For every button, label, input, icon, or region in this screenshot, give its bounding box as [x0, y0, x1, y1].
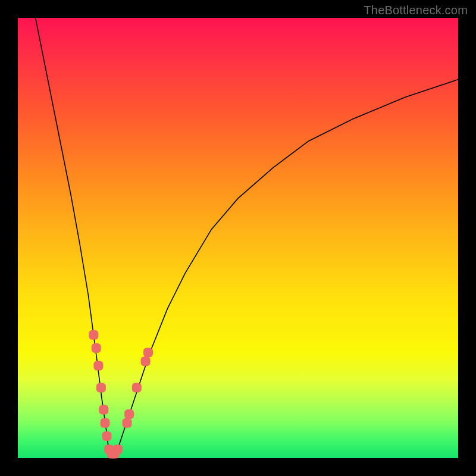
data-marker: [93, 361, 103, 371]
data-marker: [89, 330, 98, 340]
plot-area: [18, 18, 458, 458]
data-marker: [141, 356, 151, 366]
data-marker: [113, 444, 123, 454]
chart-frame: TheBottleneck.com: [0, 0, 476, 476]
data-marker: [123, 418, 132, 428]
data-marker: [92, 343, 101, 353]
data-marker: [101, 418, 110, 428]
data-marker: [96, 383, 106, 393]
data-marker: [124, 409, 134, 419]
data-marker: [99, 405, 108, 415]
curve-layer: [18, 18, 458, 458]
data-marker: [132, 383, 142, 393]
data-marker: [102, 431, 112, 441]
data-marker: [143, 347, 153, 357]
watermark-text: TheBottleneck.com: [364, 4, 468, 17]
